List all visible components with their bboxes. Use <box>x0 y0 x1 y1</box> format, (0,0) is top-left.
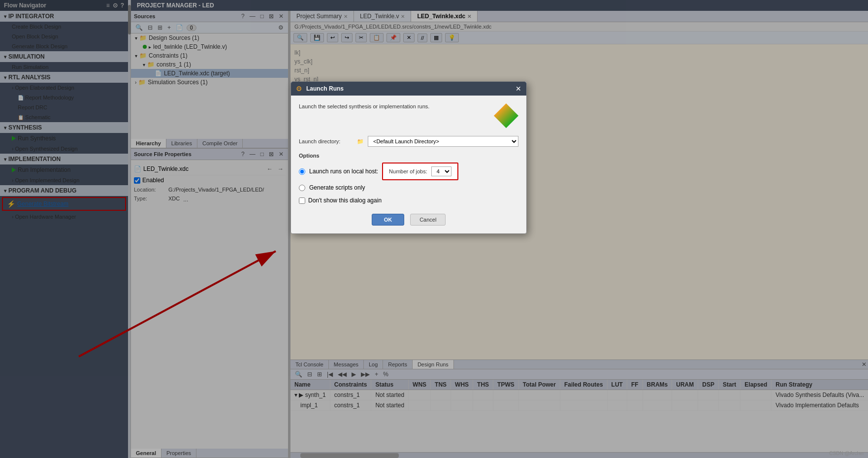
generate-scripts-radio[interactable] <box>299 185 305 191</box>
dialog-title-text: Launch Runs <box>306 85 515 92</box>
dialog-close-btn[interactable]: ✕ <box>515 85 521 93</box>
jobs-label: Number of jobs: <box>389 168 427 174</box>
local-host-radio[interactable] <box>299 168 305 175</box>
generate-scripts-label: Generate scripts only <box>309 184 365 191</box>
dialog-title-bar: ⚙ Launch Runs ✕ <box>291 82 526 96</box>
folder-icon: 📁 <box>357 138 364 145</box>
dialog-description: Launch the selected synthesis or impleme… <box>299 103 488 109</box>
dialog-buttons: OK Cancel <box>299 210 518 226</box>
launch-dir-row: Launch directory: 📁 <Default Launch Dire… <box>299 136 518 147</box>
dont-show-label: Don't show this dialog again <box>308 197 382 204</box>
dialog-title-icon: ⚙ <box>296 85 302 93</box>
options-section: Options Launch runs on local host: Numbe… <box>299 153 518 191</box>
jobs-select[interactable]: 4 1 2 8 <box>431 166 451 176</box>
local-host-label: Launch runs on local host: <box>309 168 378 175</box>
vivado-logo <box>494 103 518 128</box>
ok-button[interactable]: OK <box>372 214 405 226</box>
local-host-radio-row: Launch runs on local host: Number of job… <box>299 163 518 180</box>
launch-dir-select[interactable]: <Default Launch Directory> <box>368 136 518 147</box>
launch-dir-input: 📁 <Default Launch Directory> <box>357 136 518 147</box>
cancel-button[interactable]: Cancel <box>410 214 446 226</box>
dialog-overlay: ⚙ Launch Runs ✕ Launch the selected synt… <box>0 0 868 458</box>
launch-dir-label: Launch directory: <box>299 138 353 144</box>
jobs-box: Number of jobs: 4 1 2 8 <box>382 163 458 180</box>
generate-scripts-radio-row: Generate scripts only <box>299 184 518 191</box>
dialog-body: Launch the selected synthesis or impleme… <box>291 96 526 233</box>
watermark: CSDN @Archer <box>829 451 864 456</box>
dialog-desc-row: Launch the selected synthesis or impleme… <box>299 103 518 128</box>
dont-show-checkbox[interactable] <box>299 197 305 204</box>
dont-show-checkbox-row: Don't show this dialog again <box>299 197 518 204</box>
launch-runs-dialog: ⚙ Launch Runs ✕ Launch the selected synt… <box>290 81 527 234</box>
options-title: Options <box>299 153 518 159</box>
